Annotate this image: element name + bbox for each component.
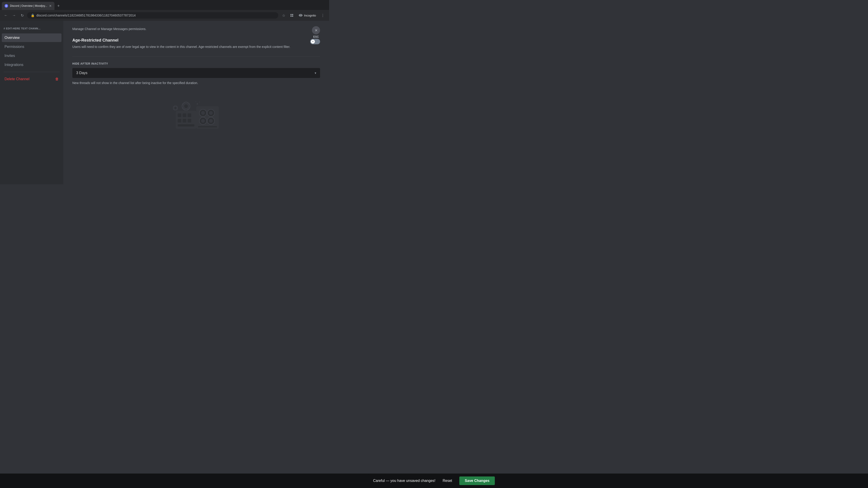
url-text: discord.com/channels/1182346851781984336… xyxy=(36,13,275,17)
age-restricted-toggle-row: Age-Restricted Channel Users will need t… xyxy=(72,38,320,49)
svg-rect-10 xyxy=(188,119,191,123)
svg-rect-8 xyxy=(178,119,181,123)
active-tab[interactable]: D Discord | Overview | Moodjoy... ✕ xyxy=(2,2,55,10)
tab-favicon: D xyxy=(4,4,8,8)
svg-point-23 xyxy=(184,104,188,108)
x-close-icon: ✕ xyxy=(315,28,318,33)
svg-point-31 xyxy=(175,107,176,109)
gear-illustration xyxy=(171,97,221,133)
svg-rect-34 xyxy=(173,107,174,108)
bookmark-button[interactable]: ☆ xyxy=(280,12,287,19)
tab-title: Discord | Overview | Moodjoy... xyxy=(10,4,47,7)
discord-app: # EDIT-HERE TEXT CHANN... Overview Permi… xyxy=(0,21,329,184)
inactivity-dropdown[interactable]: 3 Days ▾ xyxy=(72,68,320,78)
extensions-button[interactable] xyxy=(288,12,296,19)
tab-bar: D Discord | Overview | Moodjoy... ✕ + xyxy=(0,0,329,10)
sidebar-item-invites[interactable]: Invites xyxy=(2,52,61,60)
svg-rect-5 xyxy=(178,113,181,117)
inactivity-description: New threads will not show in the channel… xyxy=(72,80,320,86)
inactivity-dropdown-container: 3 Days ▾ xyxy=(72,68,320,78)
svg-point-20 xyxy=(209,119,213,123)
svg-rect-7 xyxy=(188,113,191,117)
refresh-button[interactable]: ↻ xyxy=(19,12,25,19)
age-restricted-description: Users will need to confirm they are of o… xyxy=(72,44,306,49)
svg-rect-9 xyxy=(183,119,186,123)
svg-point-18 xyxy=(201,119,205,123)
svg-point-37 xyxy=(199,102,200,103)
sidebar-item-permissions[interactable]: Permissions xyxy=(2,42,61,51)
incognito-label: Incognito xyxy=(304,14,316,17)
svg-rect-3 xyxy=(292,15,293,17)
svg-point-36 xyxy=(197,103,198,105)
trash-icon: 🗑 xyxy=(55,77,59,81)
sidebar-item-integrations[interactable]: Integrations xyxy=(2,61,61,69)
new-tab-button[interactable]: + xyxy=(55,3,62,9)
dropdown-value: 3 Days xyxy=(76,71,88,75)
svg-rect-11 xyxy=(178,124,194,127)
esc-label: ESC xyxy=(313,35,319,38)
svg-point-16 xyxy=(209,111,213,115)
more-button[interactable]: ⋮ xyxy=(319,12,327,19)
svg-rect-21 xyxy=(198,126,217,127)
svg-rect-32 xyxy=(175,105,176,106)
hide-inactivity-section: HIDE AFTER INACTIVITY 3 Days ▾ New threa… xyxy=(72,62,320,86)
sidebar-item-overview[interactable]: Overview xyxy=(2,33,61,42)
incognito-badge[interactable]: Incognito xyxy=(296,12,318,18)
svg-rect-6 xyxy=(183,113,186,117)
main-content-wrapper: ✕ ESC Manage Channel or Manage Messages … xyxy=(72,26,320,142)
nav-bar: ← → ↻ 🔒 discord.com/channels/11823468517… xyxy=(0,10,329,21)
age-restricted-section: Age-Restricted Channel Users will need t… xyxy=(72,38,320,49)
svg-rect-1 xyxy=(292,14,293,15)
hide-inactivity-title: HIDE AFTER INACTIVITY xyxy=(72,62,320,65)
esc-button[interactable]: ✕ ESC xyxy=(312,26,320,38)
age-restricted-text: Age-Restricted Channel Users will need t… xyxy=(72,38,306,49)
chevron-down-icon: ▾ xyxy=(315,71,316,75)
svg-rect-25 xyxy=(185,109,187,111)
nav-actions: ☆ Incognito ⋮ xyxy=(280,12,327,19)
age-restricted-toggle[interactable]: ✕ xyxy=(310,39,320,44)
browser-chrome: D Discord | Overview | Moodjoy... ✕ + ← … xyxy=(0,0,329,21)
lock-icon: 🔒 xyxy=(31,13,35,17)
toggle-track[interactable]: ✕ xyxy=(310,39,320,44)
forward-button[interactable]: → xyxy=(11,12,17,19)
sidebar-divider xyxy=(4,72,60,72)
svg-rect-35 xyxy=(177,107,178,108)
svg-rect-2 xyxy=(290,15,291,17)
svg-rect-33 xyxy=(175,109,176,111)
svg-rect-12 xyxy=(196,106,219,129)
channel-header: # EDIT-HERE TEXT CHANN... xyxy=(0,25,63,33)
svg-rect-0 xyxy=(290,14,291,15)
address-bar[interactable]: 🔒 discord.com/channels/11823468517819843… xyxy=(27,12,278,19)
sidebar: # EDIT-HERE TEXT CHANN... Overview Permi… xyxy=(0,21,63,184)
esc-circle[interactable]: ✕ xyxy=(312,26,320,34)
age-restricted-title: Age-Restricted Channel xyxy=(72,38,306,43)
tab-close-button[interactable]: ✕ xyxy=(49,4,52,8)
toggle-x-icon: ✕ xyxy=(312,40,314,43)
sidebar-nav: Overview Permissions Invites Integration… xyxy=(0,33,63,69)
svg-rect-26 xyxy=(181,105,183,107)
main-content: ✕ ESC Manage Channel or Manage Messages … xyxy=(63,21,329,184)
delete-channel-button[interactable]: Delete Channel 🗑 xyxy=(2,75,61,84)
svg-point-38 xyxy=(195,101,196,102)
toggle-thumb: ✕ xyxy=(311,39,315,43)
top-notice: Manage Channel or Manage Messages permis… xyxy=(72,26,320,31)
illustration-area xyxy=(72,93,320,142)
back-button[interactable]: ← xyxy=(3,12,9,19)
svg-point-14 xyxy=(201,111,205,115)
